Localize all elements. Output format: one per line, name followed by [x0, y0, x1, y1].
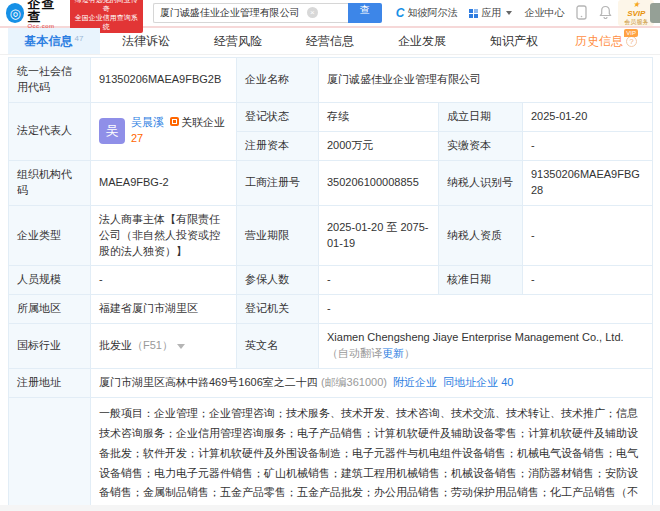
biz-reg-no-value: 350206100008855 [319, 160, 439, 205]
biz-reg-no-label: 工商注册号 [237, 160, 319, 205]
vip-badge: VIP [624, 29, 638, 37]
reg-address-label: 注册地址 [9, 369, 91, 398]
staff-size-label: 人员规模 [9, 266, 91, 295]
reg-authority-label: 登记机关 [237, 295, 319, 324]
same-address-companies-link[interactable]: 同地址企业 40 [443, 376, 513, 388]
zhibi-icon: C [396, 6, 405, 20]
tab-business-info[interactable]: 经营信息 [284, 28, 376, 54]
related-company-icon [170, 117, 179, 126]
search-button[interactable]: 查一下 [348, 3, 382, 23]
tab-history-info[interactable]: VIP 历史信息 ? [560, 28, 652, 54]
top-bar: ◎ 企查查 Qcc.com 缔造有远见的商业传奇 全国企业信用查询系统 × 查一… [0, 0, 660, 28]
tab-basic-info[interactable]: 基本信息47 [8, 28, 100, 54]
nav-enterprise-center[interactable]: 企业中心 [524, 6, 564, 20]
tab-company-development[interactable]: 企业发展 [376, 28, 468, 54]
nav-apps-menu[interactable]: 应用 [469, 6, 512, 20]
star-icon: ★ [633, 0, 640, 9]
org-code-label: 组织机构代码 [9, 160, 91, 205]
search-input[interactable] [153, 3, 348, 23]
business-term-label: 营业期限 [237, 205, 319, 266]
english-name-label: 英文名 [237, 324, 319, 369]
nav-zhibi-alpha[interactable]: C 知彼阿尔法 [396, 6, 458, 20]
business-scope-label: 经营范围 [9, 398, 91, 511]
tax-qualification-value: - [523, 205, 653, 266]
nearby-companies-link[interactable]: 附近企业 [393, 376, 437, 388]
qcc-logo[interactable]: ◎ 企查查 Qcc.com [6, 0, 66, 29]
mobile-app-icon[interactable] [576, 5, 587, 22]
clear-search-icon[interactable]: × [307, 7, 318, 18]
approval-date-value: - [523, 266, 653, 295]
chevron-down-icon[interactable] [177, 344, 185, 349]
tax-qualification-label: 纳税人资质 [439, 205, 523, 266]
related-company-count[interactable]: 27 [131, 132, 143, 144]
reg-capital-label: 注册资本 [237, 131, 319, 160]
company-name-label: 企业名称 [237, 58, 319, 103]
industry-label: 国标行业 [9, 324, 91, 369]
approval-date-label: 核准日期 [439, 266, 523, 295]
tab-operation-risk[interactable]: 经营风险 [192, 28, 284, 54]
basic-info-table: 统一社会信用代码 91350206MAEA9FBG2B 企业名称 厦门诚盛佳业企… [8, 57, 653, 511]
insured-count-value: - [319, 266, 439, 295]
company-name-value: 厦门诚盛佳业企业管理有限公司 [319, 58, 653, 103]
industry-value[interactable]: 批发业（F51） [91, 324, 237, 369]
paid-capital-label: 实缴资本 [439, 131, 523, 160]
qcc-logo-text: 企查查 [27, 0, 66, 23]
region-value: 福建省厦门市湖里区 [91, 295, 237, 324]
credit-code-label: 统一社会信用代码 [9, 58, 91, 103]
notification-bell-icon[interactable] [599, 5, 612, 21]
company-type-value: 法人商事主体【有限责任公司（非自然人投资或控股的法人独资）】 [91, 205, 237, 266]
page-bottom-strip [0, 505, 660, 511]
establish-date-label: 成立日期 [439, 102, 523, 131]
business-scope-value: 一般项目：企业管理；企业管理咨询；技术服务、技术开发、技术咨询、技术交流、技术转… [91, 398, 653, 511]
legal-rep-avatar[interactable]: 吴 [99, 118, 125, 144]
qcc-logo-icon: ◎ [6, 3, 24, 23]
reg-authority-value: - [319, 295, 653, 324]
reg-status-label: 登记状态 [237, 102, 319, 131]
tab-intellectual-property[interactable]: 知识产权 [468, 28, 560, 54]
translate-update-link[interactable]: 更新 [382, 347, 404, 359]
credit-code-value: 91350206MAEA9FBG2B [91, 58, 237, 103]
company-type-label: 企业类型 [9, 205, 91, 266]
apps-grid-icon [469, 9, 478, 18]
legal-rep-name-link[interactable]: 吴晨溪 [131, 116, 164, 128]
insured-count-label: 参保人数 [237, 266, 319, 295]
chevron-down-icon [506, 11, 512, 15]
reg-status-value: 存续 [319, 102, 439, 131]
staff-size-value: - [91, 266, 237, 295]
tab-legal-litigation[interactable]: 法律诉讼 [100, 28, 192, 54]
legal-rep-label: 法定代表人 [9, 102, 91, 160]
reg-capital-value: 2000万元 [319, 131, 439, 160]
taxpayer-id-value: 91350206MAEA9FBG28 [523, 160, 653, 205]
company-tabs: 基本信息47 法律诉讼 经营风险 经营信息 企业发展 知识产权 VIP 历史信息… [0, 28, 660, 55]
taxpayer-id-label: 纳税人识别号 [439, 160, 523, 205]
paid-capital-value: - [523, 131, 653, 160]
region-label: 所属地区 [9, 295, 91, 324]
svip-badge[interactable]: ★ SVIP 会员服务 [618, 0, 654, 26]
related-company-label[interactable]: 关联企业 [181, 116, 225, 128]
reg-address-value: 厦门市湖里区高林中路469号1606室之二十四 (邮编361000) 附近企业 … [91, 369, 653, 398]
help-circle-icon: ? [626, 36, 637, 47]
org-code-value: MAEA9FBG-2 [91, 160, 237, 205]
english-name-value: Xiamen Chengsheng Jiaye Enterprise Manag… [319, 324, 653, 369]
establish-date-value: 2025-01-20 [523, 102, 653, 131]
business-term-value: 2025-01-20 至 2075-01-19 [319, 205, 439, 266]
legal-rep-cell: 吴 吴晨溪关联企业 27 [91, 102, 237, 160]
side-float-widget[interactable] [650, 3, 660, 23]
